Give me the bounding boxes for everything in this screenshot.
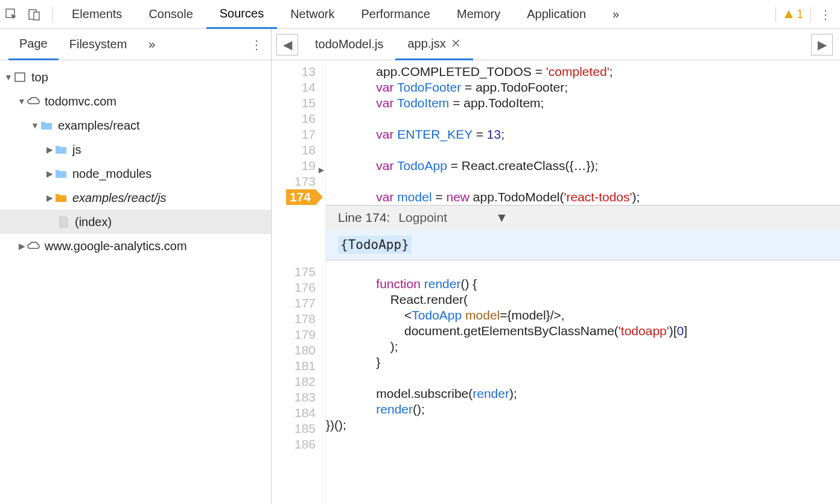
tree-label: top <box>31 71 48 84</box>
editor-panel: ◀ todoModel.js app.jsx ✕ ▶ 13 14 15 16 1… <box>272 29 840 504</box>
history-back-icon[interactable]: ◀ <box>276 34 298 55</box>
settings-menu-icon[interactable]: ⋮ <box>810 7 840 22</box>
line-number[interactable]: 19▶ <box>272 158 316 174</box>
tab-application[interactable]: Application <box>514 0 599 29</box>
folder-icon <box>54 143 68 156</box>
svg-rect-3 <box>15 73 25 81</box>
tree-label: (index) <box>75 215 112 229</box>
main-area: Page Filesystem » ⋮ ▼ top ▼ todomvc.com … <box>0 29 840 504</box>
tree-label: examples/react <box>58 119 140 133</box>
tree-domain[interactable]: ▼ todomvc.com <box>0 89 271 113</box>
editor-tab[interactable]: todoModel.js <box>303 29 395 60</box>
close-icon[interactable]: ✕ <box>451 36 461 51</box>
tree-folder[interactable]: ▶ node_modules <box>0 162 271 186</box>
navtab-filesystem[interactable]: Filesystem <box>59 29 138 60</box>
tree-label: www.google-analytics.com <box>45 239 187 253</box>
chevron-down-icon: ▼ <box>495 210 508 225</box>
line-number[interactable]: 14 <box>272 80 316 95</box>
svg-rect-2 <box>34 12 39 20</box>
tab-performance[interactable]: Performance <box>348 0 444 29</box>
devtools-tabbar: Elements Console Sources Network Perform… <box>0 0 840 29</box>
editor-tabbar: ◀ todoModel.js app.jsx ✕ ▶ <box>272 29 840 60</box>
tab-elements[interactable]: Elements <box>59 0 135 29</box>
disclosure-icon: ▶ <box>17 241 27 251</box>
breakpoint-marker[interactable]: 174 <box>272 189 316 205</box>
fold-icon[interactable]: ▶ <box>319 162 324 178</box>
disclosure-icon: ▶ <box>45 145 54 154</box>
tree-folder[interactable]: ▶ js <box>0 137 271 162</box>
tree-file-index[interactable]: (index) <box>0 210 271 234</box>
line-number[interactable]: 177 <box>272 295 316 311</box>
cloud-icon <box>27 239 40 253</box>
line-number[interactable]: 175 <box>272 264 316 280</box>
line-number[interactable]: 178 <box>272 311 316 327</box>
line-number[interactable]: 185 <box>272 421 316 436</box>
line-number[interactable]: 16 <box>272 111 316 127</box>
line-number[interactable]: 17 <box>272 127 316 142</box>
cloud-icon <box>27 95 40 108</box>
tab-network[interactable]: Network <box>277 0 348 29</box>
disclosure-icon: ▼ <box>4 72 13 82</box>
disclosure-icon: ▶ <box>45 169 54 178</box>
tab-sources[interactable]: Sources <box>206 0 277 29</box>
tree-frame-top[interactable]: ▼ top <box>0 65 271 89</box>
editor-tab-label: todoModel.js <box>315 37 383 51</box>
file-tree: ▼ top ▼ todomvc.com ▼ examples/react ▶ j… <box>0 60 271 258</box>
folder-icon <box>40 119 53 132</box>
line-number[interactable]: 183 <box>272 389 316 405</box>
breakpoint-type-dropdown[interactable]: Logpoint ▼ <box>398 210 508 225</box>
warnings-count: 1 <box>797 7 803 21</box>
line-gutter[interactable]: 13 14 15 16 17 18 19▶ 173 174 175 176 17… <box>272 60 326 504</box>
navigator-menu-icon[interactable]: ⋮ <box>242 37 271 52</box>
editor-tab-label: app.jsx <box>407 37 445 51</box>
code-editor[interactable]: 13 14 15 16 17 18 19▶ 173 174 175 176 17… <box>272 60 840 504</box>
inspect-icon[interactable] <box>0 0 23 29</box>
line-number[interactable]: 181 <box>272 358 316 374</box>
tree-domain[interactable]: ▶ www.google-analytics.com <box>0 234 271 258</box>
disclosure-icon: ▶ <box>45 193 54 203</box>
warnings-badge[interactable]: 1 <box>775 7 810 22</box>
navigator-panel: Page Filesystem » ⋮ ▼ top ▼ todomvc.com … <box>0 29 272 504</box>
line-number[interactable]: 18 <box>272 142 316 158</box>
breakpoint-header: Line 174: Logpoint ▼ <box>326 206 840 230</box>
line-number[interactable]: 186 <box>272 436 316 452</box>
tabs-overflow[interactable]: » <box>599 0 632 29</box>
line-number[interactable]: 176 <box>272 280 316 295</box>
folder-icon <box>54 167 68 180</box>
line-number[interactable]: 184 <box>272 405 316 421</box>
tree-label: todomvc.com <box>45 95 116 109</box>
expression-text: {TodoApp} <box>338 236 412 254</box>
tree-label: js <box>72 143 81 157</box>
breakpoint-line-label: Line 174: <box>338 210 390 225</box>
editor-tab[interactable]: app.jsx ✕ <box>395 29 472 60</box>
navigator-tabbar: Page Filesystem » ⋮ <box>0 29 271 60</box>
device-toggle-icon[interactable] <box>23 0 46 29</box>
tab-memory[interactable]: Memory <box>444 0 514 29</box>
tree-label: examples/react/js <box>72 191 167 205</box>
frame-icon <box>13 71 27 84</box>
folder-icon <box>54 191 68 204</box>
navtab-overflow[interactable]: » <box>138 29 166 60</box>
file-icon <box>57 215 70 228</box>
line-number[interactable]: 179 <box>272 327 316 342</box>
breakpoint-editor: Line 174: Logpoint ▼ {TodoApp} <box>326 205 840 260</box>
tree-label: node_modules <box>72 167 151 181</box>
line-number[interactable]: 15 <box>272 95 316 111</box>
line-number[interactable]: 173 <box>272 174 316 189</box>
line-number[interactable]: 180 <box>272 342 316 358</box>
toggle-sidebar-icon[interactable]: ▶ <box>811 34 833 55</box>
tree-folder-sourcemap[interactable]: ▶ examples/react/js <box>0 186 271 210</box>
line-number[interactable]: 182 <box>272 374 316 389</box>
disclosure-icon: ▼ <box>30 121 40 130</box>
breakpoint-expression-input[interactable]: {TodoApp} <box>326 230 840 260</box>
tab-console[interactable]: Console <box>135 0 206 29</box>
code-content[interactable]: app.COMPLETED_TODOS = 'completed'; var T… <box>326 60 840 504</box>
navtab-page[interactable]: Page <box>8 29 59 60</box>
tree-folder[interactable]: ▼ examples/react <box>0 113 271 137</box>
line-number[interactable]: 13 <box>272 64 316 80</box>
disclosure-icon: ▼ <box>17 96 27 106</box>
